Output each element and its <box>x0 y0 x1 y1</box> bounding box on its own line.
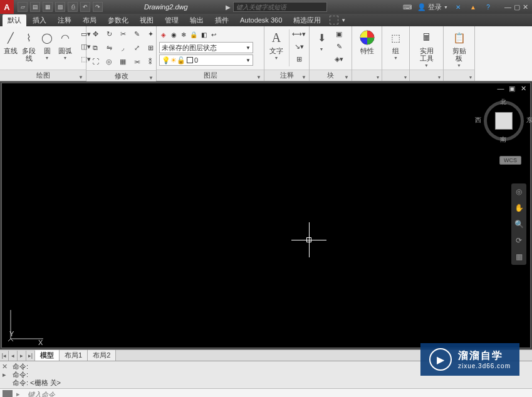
viewcube-west[interactable]: 西 <box>475 116 481 125</box>
trim-icon[interactable]: ✂ <box>117 28 129 39</box>
tab-layout1[interactable]: 布局1 <box>60 350 88 361</box>
orbit-icon[interactable]: ⟳ <box>513 235 524 246</box>
array-icon[interactable]: ⊞ <box>144 42 157 53</box>
tab-model[interactable]: 模型 <box>35 350 60 361</box>
tab-first-icon[interactable]: |◂ <box>0 351 9 361</box>
layerstate-combo[interactable]: 未保存的图层状态▼ <box>159 42 253 53</box>
doc-restore-button[interactable]: ▣ <box>508 85 516 93</box>
tab-insert[interactable]: 插入 <box>28 14 51 26</box>
polyline-button[interactable]: ⌇多段线 <box>21 28 37 62</box>
tab-addin[interactable]: 插件 <box>210 14 234 26</box>
zoom-icon[interactable]: 🔍 <box>513 219 524 230</box>
erase-icon[interactable]: ✎ <box>130 28 143 39</box>
layeroff-icon[interactable]: ◉ <box>169 30 178 39</box>
login-button[interactable]: 👤 登录 ▼ <box>417 3 448 12</box>
minimize-button[interactable]: — <box>504 3 511 11</box>
copy-icon[interactable]: ⧉ <box>89 42 102 53</box>
keytip-icon[interactable]: ⌨ <box>402 2 412 12</box>
exchange-icon[interactable]: ✕ <box>453 2 463 12</box>
insert-button[interactable]: ⬇▼ <box>312 28 331 51</box>
cmd-prompt-icon[interactable] <box>3 390 13 398</box>
panel-layer-label[interactable]: 图层 ▼ <box>157 70 264 81</box>
create-block-icon[interactable]: ▣ <box>333 28 345 39</box>
tab-featured[interactable]: 精选应用 <box>288 14 326 26</box>
command-input[interactable] <box>28 391 529 398</box>
panel-draw-label[interactable]: 绘图 ▼ <box>0 70 86 81</box>
leader-icon[interactable]: ↘▾ <box>293 41 305 52</box>
text-button[interactable]: A文字▼ <box>267 28 286 60</box>
fillet-icon[interactable]: ◞ <box>117 42 129 53</box>
cmd-close-icon[interactable]: ✕▸ <box>0 361 9 388</box>
props-button[interactable]: 特性 <box>358 28 377 54</box>
navwheel-icon[interactable]: ◎ <box>513 186 524 197</box>
undo-icon[interactable]: ↶ <box>80 2 90 12</box>
edit-block-icon[interactable]: ✎ <box>333 41 345 52</box>
viewcube-north[interactable]: 北 <box>500 98 506 106</box>
tab-default[interactable]: 默认 <box>3 14 26 26</box>
layerprev-icon[interactable]: ↩ <box>209 30 218 39</box>
tab-layout[interactable]: 布局 <box>78 14 102 26</box>
print-icon[interactable]: ⎙ <box>68 2 78 12</box>
group-button[interactable]: ⬚组▼ <box>387 28 405 60</box>
view-cube[interactable]: 北 南 西 东 <box>484 101 524 141</box>
tab-manage[interactable]: 管理 <box>160 14 184 26</box>
tab-view[interactable]: 视图 <box>135 14 159 26</box>
layer-combo[interactable]: 💡 ☀ 🔓 0 ▼ <box>159 54 253 66</box>
wcs-badge[interactable]: WCS <box>499 156 521 165</box>
tab-next-icon[interactable]: ▸ <box>18 351 26 361</box>
tab-prev-icon[interactable]: ◂ <box>9 351 18 361</box>
saveas-icon[interactable]: ▧ <box>55 2 65 12</box>
save-icon[interactable]: ▦ <box>43 2 53 12</box>
move-icon[interactable]: ✥ <box>89 28 102 39</box>
offset-icon[interactable]: ◎ <box>103 56 115 67</box>
table-icon[interactable]: ⊞ <box>293 53 305 64</box>
layerprops-icon[interactable]: ◈ <box>159 30 168 39</box>
layerfreeze-icon[interactable]: ❄ <box>179 30 188 39</box>
showmotion-icon[interactable]: ▦ <box>513 251 524 262</box>
explode-icon[interactable]: ✦ <box>144 28 157 39</box>
doc-minimize-button[interactable]: — <box>496 85 505 93</box>
break-icon[interactable]: ⁑ <box>144 56 157 67</box>
viewcube-east[interactable]: 东 <box>526 116 532 125</box>
tab-annotate[interactable]: 注释 <box>53 14 76 26</box>
rotate-icon[interactable]: ↻ <box>103 28 115 39</box>
util-icon: 🖩 <box>419 29 435 46</box>
search-input[interactable] <box>233 2 327 12</box>
dim-icon[interactable]: ⟷▾ <box>293 28 305 39</box>
layermatch-icon[interactable]: ◧ <box>199 30 208 39</box>
scale-icon[interactable]: ⛶ <box>89 56 102 67</box>
doc-close-button[interactable]: ✕ <box>519 85 528 93</box>
layerlock-icon[interactable]: 🔒 <box>189 30 198 39</box>
tab-output[interactable]: 输出 <box>185 14 209 26</box>
app-logo[interactable]: A <box>0 0 14 14</box>
help-icon[interactable]: ? <box>483 2 493 12</box>
new-icon[interactable]: ▱ <box>18 2 28 12</box>
open-icon[interactable]: ▤ <box>30 2 40 12</box>
viewcube-south[interactable]: 南 <box>500 135 506 144</box>
mirror-icon[interactable]: ⇋ <box>103 42 115 53</box>
arrayrect-icon[interactable]: ▦ <box>117 56 129 67</box>
arc-button[interactable]: ◠圆弧▼ <box>57 28 73 60</box>
tab-parametric[interactable]: 参数化 <box>103 14 133 26</box>
stretch-icon[interactable]: ⤢ <box>130 42 143 53</box>
panel-modify-label[interactable]: 修改 ▼ <box>86 70 156 81</box>
pan-icon[interactable]: ✋ <box>513 202 524 214</box>
redo-icon[interactable]: ↷ <box>93 2 103 12</box>
maximize-button[interactable]: ▢ <box>514 3 520 11</box>
tab-last-icon[interactable]: ▸| <box>26 351 35 361</box>
warn-icon[interactable]: ▲ <box>468 2 478 12</box>
attr-icon[interactable]: ◈▾ <box>333 53 345 64</box>
tab-addtab[interactable] <box>330 16 338 24</box>
tab-a360[interactable]: Autodesk 360 <box>235 15 287 25</box>
close-button[interactable]: ✕ <box>523 3 528 11</box>
join-icon[interactable]: ⫘ <box>130 56 143 67</box>
panel-annot-label[interactable]: 注释 ▼ <box>264 70 309 81</box>
tab-layout2[interactable]: 布局2 <box>88 350 116 361</box>
clipboard-button[interactable]: 📋剪贴板▼ <box>450 28 469 68</box>
circle-button[interactable]: ◯圆▼ <box>39 28 55 60</box>
tab-dropdown-icon[interactable]: ▼ <box>341 18 346 23</box>
drawing-area[interactable]: — ▣ ✕ 北 南 西 东 WCS ◎ ✋ 🔍 ⟳ ▦ YX <box>1 83 531 348</box>
panel-block-label[interactable]: 块 ▼ <box>310 70 352 81</box>
util-button[interactable]: 🖩实用工具▼ <box>417 28 436 68</box>
line-button[interactable]: ╱直线 <box>3 28 19 54</box>
